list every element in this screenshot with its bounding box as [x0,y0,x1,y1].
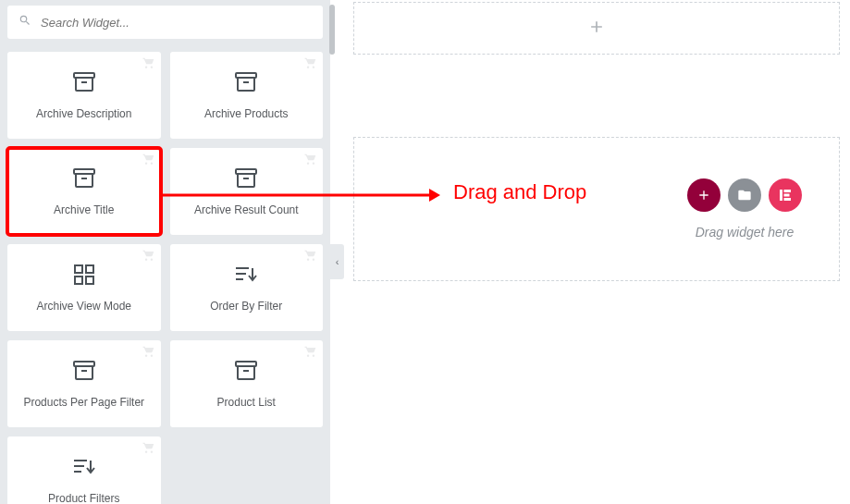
svg-rect-4 [238,78,254,91]
widget-archive-title[interactable]: Archive Title [7,148,161,235]
chevron-left-icon: ‹ [336,256,339,267]
widget-order-by-filter[interactable]: Order By Filter [170,244,324,331]
widget-archive-description[interactable]: Archive Description [7,52,161,139]
archive-icon [234,70,258,94]
grid-icon [72,263,96,287]
widget-label: Archive Products [204,107,289,120]
search-field-wrap [7,6,323,39]
widget-label: Product Filters [48,492,119,504]
add-section-button[interactable] [353,2,840,55]
widget-label: Order By Filter [210,300,282,313]
widget-archive-view-mode[interactable]: Archive View Mode [7,244,161,331]
cart-icon [304,153,317,166]
annotation-text: Drag and Drop [453,180,586,204]
svg-rect-24 [238,366,254,379]
template-library-button[interactable] [728,178,761,212]
plus-icon [587,18,606,40]
widget-sidebar: Archive Description Archive Products Arc… [0,0,330,504]
widget-label: Product List [217,396,276,409]
add-widget-button[interactable] [687,178,721,212]
svg-rect-14 [75,277,82,284]
search-input[interactable] [41,16,312,30]
svg-rect-1 [76,78,92,91]
svg-rect-12 [75,265,82,273]
sort-icon [72,455,96,479]
canvas-area: Drag widget here [347,0,846,504]
svg-rect-13 [86,265,93,273]
cart-icon [142,56,155,69]
cart-icon [142,441,155,454]
widget-label: Archive Title [54,203,114,216]
widget-product-filters[interactable]: Product Filters [7,436,161,504]
svg-rect-7 [76,174,92,187]
widgets-grid: Archive Description Archive Products Arc… [7,52,323,504]
widget-archive-products[interactable]: Archive Products [170,52,324,139]
widget-products-per-page-filter[interactable]: Products Per Page Filter [7,340,161,427]
archive-icon [72,70,96,94]
cart-icon [304,249,317,262]
dropzone-hint: Drag widget here [696,225,795,240]
scrollbar-thumb[interactable] [329,5,335,55]
sort-icon [234,263,258,287]
svg-rect-15 [86,277,93,284]
svg-rect-10 [238,174,254,187]
widget-label: Products Per Page Filter [23,396,144,409]
dropzone-buttons [687,178,802,212]
cart-icon [304,345,317,358]
widget-archive-result-count[interactable]: Archive Result Count [170,148,324,235]
cart-icon [142,153,155,166]
svg-rect-21 [76,366,92,379]
collapse-sidebar-button[interactable]: ‹ [330,244,344,279]
archive-icon [234,166,258,191]
widget-dropzone[interactable]: Drag widget here [353,137,840,281]
widget-label: Archive Description [36,107,131,120]
elementskit-button[interactable] [769,178,802,212]
widget-label: Archive View Mode [37,300,132,313]
search-icon [18,14,31,31]
archive-icon [72,359,96,383]
archive-icon [234,359,258,383]
cart-icon [142,345,155,358]
widget-product-list[interactable]: Product List [170,340,324,427]
widget-label: Archive Result Count [194,203,299,216]
cart-icon [304,56,317,69]
archive-icon [72,166,96,191]
cart-icon [142,249,155,262]
